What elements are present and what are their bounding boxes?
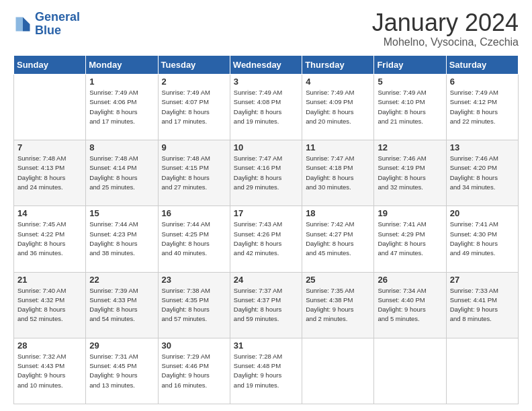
day-info: Sunrise: 7:38 AMSunset: 4:35 PMDaylight:…	[162, 286, 226, 324]
logo: General Blue	[13, 11, 80, 38]
day-number: 18	[306, 208, 370, 218]
day-number: 17	[234, 208, 298, 218]
day-number: 5	[378, 77, 442, 87]
table-row: 15Sunrise: 7:44 AMSunset: 4:23 PMDayligh…	[86, 206, 158, 272]
day-info: Sunrise: 7:45 AMSunset: 4:22 PMDaylight:…	[17, 220, 82, 258]
table-row: 26Sunrise: 7:34 AMSunset: 4:40 PMDayligh…	[374, 272, 446, 338]
calendar-week-2: 7Sunrise: 7:48 AMSunset: 4:13 PMDaylight…	[14, 140, 519, 206]
calendar-week-3: 14Sunrise: 7:45 AMSunset: 4:22 PMDayligh…	[14, 206, 519, 272]
location: Mohelno, Vysocina, Czechia	[372, 36, 519, 48]
table-row: 21Sunrise: 7:40 AMSunset: 4:32 PMDayligh…	[14, 272, 86, 338]
table-row: 23Sunrise: 7:38 AMSunset: 4:35 PMDayligh…	[158, 272, 230, 338]
day-number: 6	[450, 77, 515, 87]
table-row: 30Sunrise: 7:29 AMSunset: 4:46 PMDayligh…	[158, 338, 230, 404]
day-info: Sunrise: 7:41 AMSunset: 4:29 PMDaylight:…	[378, 220, 442, 258]
day-info: Sunrise: 7:47 AMSunset: 4:18 PMDaylight:…	[306, 154, 370, 192]
day-info: Sunrise: 7:32 AMSunset: 4:43 PMDaylight:…	[17, 352, 82, 390]
table-row: 9Sunrise: 7:48 AMSunset: 4:15 PMDaylight…	[158, 140, 230, 206]
day-number: 4	[306, 77, 370, 87]
table-row: 25Sunrise: 7:35 AMSunset: 4:38 PMDayligh…	[302, 272, 374, 338]
table-row: 17Sunrise: 7:43 AMSunset: 4:26 PMDayligh…	[230, 206, 302, 272]
table-row: 11Sunrise: 7:47 AMSunset: 4:18 PMDayligh…	[302, 140, 374, 206]
header-tuesday: Tuesday	[158, 56, 230, 75]
table-row: 24Sunrise: 7:37 AMSunset: 4:37 PMDayligh…	[230, 272, 302, 338]
day-info: Sunrise: 7:49 AMSunset: 4:06 PMDaylight:…	[89, 88, 154, 126]
table-row: 18Sunrise: 7:42 AMSunset: 4:27 PMDayligh…	[302, 206, 374, 272]
day-number: 13	[450, 142, 515, 152]
day-number: 30	[162, 340, 226, 351]
table-row: 4Sunrise: 7:49 AMSunset: 4:09 PMDaylight…	[302, 75, 374, 140]
day-info: Sunrise: 7:44 AMSunset: 4:23 PMDaylight:…	[89, 220, 154, 258]
day-number: 14	[17, 208, 82, 218]
day-number: 8	[89, 142, 154, 152]
table-row: 1Sunrise: 7:49 AMSunset: 4:06 PMDaylight…	[86, 75, 158, 140]
day-info: Sunrise: 7:46 AMSunset: 4:20 PMDaylight:…	[450, 154, 515, 192]
day-number: 9	[162, 142, 226, 152]
logo-line1: General	[35, 10, 80, 24]
table-row: 27Sunrise: 7:33 AMSunset: 4:41 PMDayligh…	[446, 272, 518, 338]
day-info: Sunrise: 7:47 AMSunset: 4:16 PMDaylight:…	[234, 154, 298, 192]
day-number: 20	[450, 208, 515, 218]
day-number: 2	[162, 77, 226, 87]
day-info: Sunrise: 7:44 AMSunset: 4:25 PMDaylight:…	[162, 220, 226, 258]
header-sunday: Sunday	[14, 56, 86, 75]
day-info: Sunrise: 7:49 AMSunset: 4:10 PMDaylight:…	[378, 88, 442, 126]
day-info: Sunrise: 7:48 AMSunset: 4:14 PMDaylight:…	[89, 154, 154, 192]
table-row	[302, 338, 374, 404]
table-row: 13Sunrise: 7:46 AMSunset: 4:20 PMDayligh…	[446, 140, 518, 206]
table-row: 5Sunrise: 7:49 AMSunset: 4:10 PMDaylight…	[374, 75, 446, 140]
day-number: 28	[17, 340, 82, 351]
day-info: Sunrise: 7:41 AMSunset: 4:30 PMDaylight:…	[450, 220, 515, 258]
day-number: 7	[17, 142, 82, 152]
table-row: 3Sunrise: 7:49 AMSunset: 4:08 PMDaylight…	[230, 75, 302, 140]
day-number: 22	[89, 275, 154, 285]
day-number: 25	[306, 275, 370, 285]
day-number: 12	[378, 142, 442, 152]
table-row: 28Sunrise: 7:32 AMSunset: 4:43 PMDayligh…	[14, 338, 86, 404]
day-number: 27	[450, 275, 515, 285]
day-info: Sunrise: 7:35 AMSunset: 4:38 PMDaylight:…	[306, 286, 370, 324]
table-row: 31Sunrise: 7:28 AMSunset: 4:48 PMDayligh…	[230, 338, 302, 404]
page: General Blue January 2024 Mohelno, Vysoc…	[0, 0, 532, 411]
table-row: 14Sunrise: 7:45 AMSunset: 4:22 PMDayligh…	[14, 206, 86, 272]
day-info: Sunrise: 7:49 AMSunset: 4:08 PMDaylight:…	[234, 88, 298, 126]
header-friday: Friday	[374, 56, 446, 75]
svg-marker-1	[23, 24, 30, 32]
logo-icon	[13, 15, 32, 34]
day-number: 19	[378, 208, 442, 218]
day-number: 26	[378, 275, 442, 285]
day-info: Sunrise: 7:29 AMSunset: 4:46 PMDaylight:…	[162, 352, 226, 390]
header-wednesday: Wednesday	[230, 56, 302, 75]
day-number: 29	[89, 340, 154, 351]
day-info: Sunrise: 7:40 AMSunset: 4:32 PMDaylight:…	[17, 286, 82, 324]
day-info: Sunrise: 7:28 AMSunset: 4:48 PMDaylight:…	[234, 352, 298, 390]
title-section: January 2024 Mohelno, Vysocina, Czechia	[372, 11, 519, 48]
table-row: 6Sunrise: 7:49 AMSunset: 4:12 PMDaylight…	[446, 75, 518, 140]
header-monday: Monday	[86, 56, 158, 75]
day-info: Sunrise: 7:43 AMSunset: 4:26 PMDaylight:…	[234, 220, 298, 258]
day-info: Sunrise: 7:37 AMSunset: 4:37 PMDaylight:…	[234, 286, 298, 324]
header-thursday: Thursday	[302, 56, 374, 75]
day-info: Sunrise: 7:46 AMSunset: 4:19 PMDaylight:…	[378, 154, 442, 192]
day-number: 16	[162, 208, 226, 218]
day-info: Sunrise: 7:42 AMSunset: 4:27 PMDaylight:…	[306, 220, 370, 258]
header: General Blue January 2024 Mohelno, Vysoc…	[13, 11, 519, 48]
day-info: Sunrise: 7:49 AMSunset: 4:12 PMDaylight:…	[450, 88, 515, 126]
calendar-week-4: 21Sunrise: 7:40 AMSunset: 4:32 PMDayligh…	[14, 272, 519, 338]
month-title: January 2024	[372, 11, 519, 35]
day-number: 23	[162, 275, 226, 285]
table-row: 10Sunrise: 7:47 AMSunset: 4:16 PMDayligh…	[230, 140, 302, 206]
day-info: Sunrise: 7:31 AMSunset: 4:45 PMDaylight:…	[89, 352, 154, 390]
table-row: 20Sunrise: 7:41 AMSunset: 4:30 PMDayligh…	[446, 206, 518, 272]
day-number: 15	[89, 208, 154, 218]
day-info: Sunrise: 7:48 AMSunset: 4:15 PMDaylight:…	[162, 154, 226, 192]
day-info: Sunrise: 7:48 AMSunset: 4:13 PMDaylight:…	[17, 154, 82, 192]
day-number: 31	[234, 340, 298, 351]
svg-marker-0	[23, 17, 30, 24]
table-row: 2Sunrise: 7:49 AMSunset: 4:07 PMDaylight…	[158, 75, 230, 140]
table-row	[446, 338, 518, 404]
table-row: 16Sunrise: 7:44 AMSunset: 4:25 PMDayligh…	[158, 206, 230, 272]
table-row: 7Sunrise: 7:48 AMSunset: 4:13 PMDaylight…	[14, 140, 86, 206]
day-info: Sunrise: 7:49 AMSunset: 4:09 PMDaylight:…	[306, 88, 370, 126]
day-info: Sunrise: 7:33 AMSunset: 4:41 PMDaylight:…	[450, 286, 515, 324]
